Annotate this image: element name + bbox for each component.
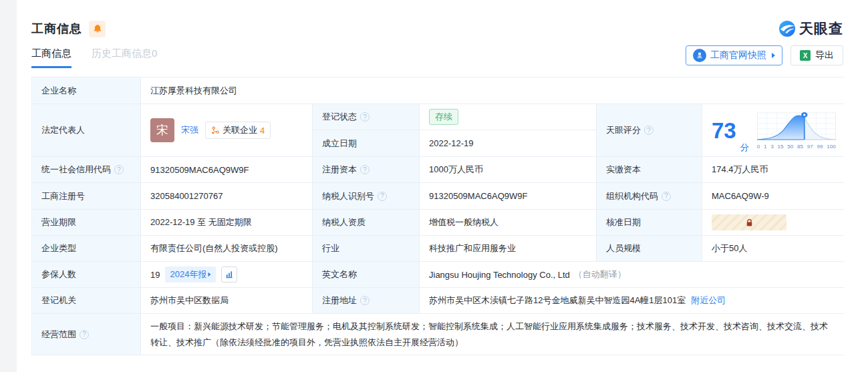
related-company-icon xyxy=(211,126,220,135)
excel-icon: X xyxy=(800,50,811,61)
field-value-tyc-score: 73 分 xyxy=(702,104,844,156)
related-companies-label: 关联企业 xyxy=(223,124,257,136)
field-value-approval-date xyxy=(702,210,844,235)
seal-icon xyxy=(693,49,706,62)
export-label: 导出 xyxy=(815,49,834,61)
tianyancha-logo-text: 天眼查 xyxy=(799,19,843,38)
field-value-registration-authority: 苏州市吴中区数据局 xyxy=(141,288,312,313)
legal-rep-name-link[interactable]: 宋强 xyxy=(181,124,198,136)
field-label-company-name: 企业名称 xyxy=(32,77,140,104)
field-value-taxpayer-quality: 增值税一般纳税人 xyxy=(420,210,596,235)
field-value-organization-code: MAC6AQ9W-9 xyxy=(702,183,844,209)
help-icon[interactable] xyxy=(360,296,370,305)
help-icon[interactable] xyxy=(644,126,654,135)
field-value-registered-capital: 1000万人民币 xyxy=(420,157,596,182)
help-icon[interactable] xyxy=(662,192,671,201)
score-axis-ticks: 0 1 3 15 50 85 97 99 100 xyxy=(757,144,836,150)
nearby-companies-link[interactable]: 附近公司 xyxy=(691,295,726,307)
field-value-registration-status: 存续 xyxy=(420,104,596,130)
tab-history-business-info[interactable]: 历史工商信息0 xyxy=(92,47,157,68)
field-label-approval-date: 核准日期 xyxy=(597,210,702,235)
field-value-company-name: 江苏厚景科技有限公司 xyxy=(141,77,844,104)
related-companies-count: 4 xyxy=(260,126,265,136)
official-snapshot-label: 工商官网快照 xyxy=(710,49,766,61)
field-label-english-name: 英文名称 xyxy=(313,262,419,287)
field-label-registration-number: 工商注册号 xyxy=(32,183,140,209)
score-marker-pin-icon xyxy=(801,112,807,118)
field-label-taxpayer-id: 纳税人识别号 xyxy=(313,183,419,209)
field-label-staff-size: 人员规模 xyxy=(597,236,702,261)
legal-rep-avatar[interactable]: 宋 xyxy=(150,118,174,142)
related-companies-badge[interactable]: 关联企业 4 xyxy=(205,122,271,139)
help-icon[interactable] xyxy=(378,192,387,201)
tab-bar: 工商信息 历史工商信息0 xyxy=(31,47,157,68)
help-icon[interactable] xyxy=(80,330,89,339)
business-info-panel: 工商信息 天眼查 工商信息 历史工商信息0 xyxy=(17,19,868,355)
field-label-company-type: 企业类型 xyxy=(32,236,140,261)
field-label-credit-code: 统一社会信用代码 xyxy=(32,157,140,182)
tianyancha-logo: 天眼查 xyxy=(778,19,843,38)
field-label-registered-capital: 注册资本 xyxy=(313,157,419,182)
field-label-taxpayer-quality: 纳税人资质 xyxy=(313,210,419,235)
field-label-organization-code: 组织机构代码 xyxy=(597,183,702,209)
help-icon[interactable] xyxy=(114,165,124,174)
score-value: 73 xyxy=(712,120,736,142)
field-value-taxpayer-id: 91320509MAC6AQ9W9F xyxy=(420,183,596,209)
monitor-bell-button[interactable] xyxy=(89,21,106,37)
field-value-insured-count: 19 2024年报 xyxy=(141,262,312,287)
chevron-right-icon xyxy=(772,53,775,58)
tabs-toolbar-row: 工商信息 历史工商信息0 工商官网快照 X 导出 xyxy=(31,45,843,68)
lock-icon xyxy=(745,218,754,227)
locked-value-placeholder[interactable] xyxy=(712,214,786,230)
help-icon[interactable] xyxy=(360,165,370,174)
field-label-business-term: 营业期限 xyxy=(32,210,140,235)
field-label-legal-representative: 法定代表人 xyxy=(32,104,140,156)
score-distribution-chart: 0 1 3 15 50 85 97 99 100 xyxy=(757,112,836,150)
field-label-paid-capital: 实缴资本 xyxy=(597,157,702,182)
panel-header: 工商信息 天眼查 xyxy=(31,19,843,39)
field-value-company-type: 有限责任公司(自然人投资或控股) xyxy=(141,236,312,261)
field-label-registered-address: 注册地址 xyxy=(313,288,419,313)
field-value-business-term: 2022-12-19 至 无固定期限 xyxy=(141,210,312,235)
field-value-english-name: Jiangsu Houjing Technology Co., Ltd （自动翻… xyxy=(420,262,844,287)
field-label-insured-count: 参保人数 xyxy=(32,262,140,287)
annual-report-badge[interactable]: 2024年报 xyxy=(165,266,216,283)
auto-translate-note: （自动翻译） xyxy=(574,268,626,281)
field-value-legal-representative: 宋 宋强 关联企业 4 xyxy=(141,104,312,156)
field-label-business-scope: 经营范围 xyxy=(32,314,140,355)
score-unit: 分 xyxy=(740,142,749,154)
field-label-tyc-score: 天眼评分 xyxy=(597,104,702,156)
field-label-establish-date: 成立日期 xyxy=(313,130,419,156)
field-value-business-scope: 一般项目：新兴能源技术研发；节能管理服务；电机及其控制系统研发；智能控制系统集成… xyxy=(141,314,844,355)
field-value-industry: 科技推广和应用服务业 xyxy=(420,236,596,261)
official-snapshot-button[interactable]: 工商官网快照 xyxy=(686,45,782,65)
trend-chart-icon xyxy=(225,270,234,279)
page-title: 工商信息 xyxy=(31,21,82,37)
help-icon[interactable] xyxy=(360,112,370,122)
bell-icon xyxy=(93,24,102,33)
field-value-paid-capital: 174.4万人民币 xyxy=(702,157,844,182)
field-value-registered-address: 苏州市吴中区木渎镇七子路12号金地威新吴中智造园4A幢1层101室 附近公司 xyxy=(420,288,844,313)
field-value-establish-date: 2022-12-19 xyxy=(420,130,596,156)
tab-business-info[interactable]: 工商信息 xyxy=(31,47,71,68)
field-label-registration-status: 登记状态 xyxy=(313,104,419,130)
export-button[interactable]: X 导出 xyxy=(790,45,843,65)
tianyancha-logo-icon xyxy=(778,20,796,37)
status-badge: 存续 xyxy=(429,109,458,125)
field-label-industry: 行业 xyxy=(313,236,419,261)
field-value-staff-size: 小于50人 xyxy=(702,236,844,261)
toolbar-actions: 工商官网快照 X 导出 xyxy=(686,45,843,65)
score-curve-svg xyxy=(757,112,836,141)
page-left-gutter xyxy=(0,0,17,372)
insured-trend-button[interactable] xyxy=(221,266,237,283)
field-label-registration-authority: 登记机关 xyxy=(32,288,140,313)
business-info-table: 企业名称 江苏厚景科技有限公司 法定代表人 宋 宋强 关联企业 4 xyxy=(31,77,844,355)
chevron-right-icon xyxy=(208,272,211,276)
field-value-registration-number: 320584001270767 xyxy=(141,183,312,209)
field-value-credit-code: 91320509MAC6AQ9W9F xyxy=(141,157,312,182)
